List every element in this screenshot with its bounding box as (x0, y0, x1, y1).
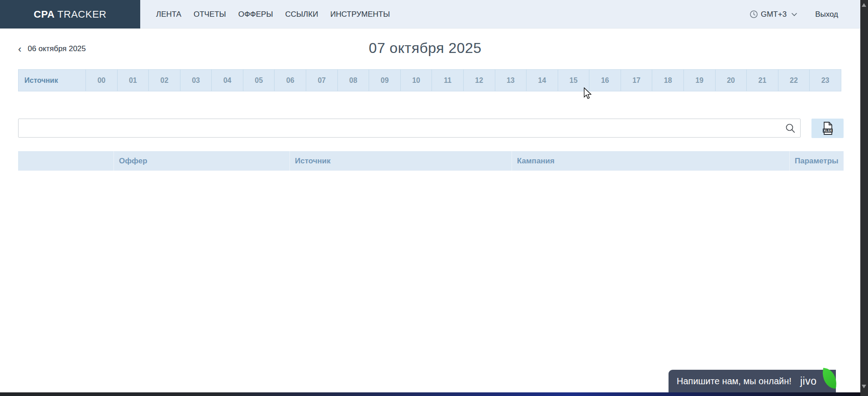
page-title: 07 октября 2025 (0, 40, 850, 57)
chat-message: Напишите нам, мы онлайн! (669, 376, 792, 386)
hour-cell-10: 10 (401, 70, 432, 91)
logout-link[interactable]: Выход (815, 10, 838, 19)
timezone-dropdown[interactable]: GMT+3 (750, 10, 797, 19)
hour-cell-01: 01 (118, 70, 149, 91)
hours-source-header: Источник (19, 70, 86, 91)
svg-text:XLSX: XLSX (823, 129, 832, 132)
nav-item-4[interactable]: ИНСТРУМЕНТЫ (330, 10, 390, 19)
jivo-logo: jivo (800, 375, 817, 387)
results-column-header-0 (18, 151, 114, 171)
nav-item-3[interactable]: ССЫЛКИ (285, 10, 318, 19)
search-icon[interactable] (785, 123, 795, 133)
logo-bold: CPA (34, 9, 55, 20)
results-column-header-4: Параметры (790, 151, 844, 171)
nav-item-2[interactable]: ОФФЕРЫ (238, 10, 273, 19)
hour-cell-15: 15 (558, 70, 590, 91)
hour-cell-03: 03 (180, 70, 212, 91)
results-column-header-2: Источник (290, 151, 512, 171)
hour-cell-12: 12 (464, 70, 495, 91)
search-input[interactable] (18, 119, 801, 138)
hour-cell-18: 18 (652, 70, 684, 91)
hour-cell-13: 13 (495, 70, 527, 91)
nav-item-1[interactable]: ОТЧЕТЫ (194, 10, 226, 19)
logo-rest: TRACKER (57, 9, 107, 20)
chevron-down-icon (792, 13, 797, 16)
timezone-label: GMT+3 (761, 10, 787, 19)
hour-cell-21: 21 (747, 70, 778, 91)
hour-cell-04: 04 (212, 70, 243, 91)
page: CPA TRACKER ЛЕНТАОТЧЕТЫОФФЕРЫССЫЛКИИНСТР… (0, 0, 868, 396)
hour-cell-20: 20 (716, 70, 747, 91)
app-logo[interactable]: CPA TRACKER (0, 0, 140, 29)
hour-cell-17: 17 (621, 70, 653, 91)
hour-cell-06: 06 (275, 70, 306, 91)
jivo-leaf-icon (821, 368, 839, 389)
export-xlsx-button[interactable]: XLSX (811, 119, 844, 138)
hour-cell-00: 00 (86, 70, 118, 91)
search-bar (18, 119, 801, 138)
main-nav: ЛЕНТАОТЧЕТЫОФФЕРЫССЫЛКИИНСТРУМЕНТЫ (156, 0, 390, 29)
results-table-header: ОфферИсточникКампанияПараметры (18, 151, 844, 171)
hour-cell-02: 02 (149, 70, 180, 91)
hour-cell-16: 16 (589, 70, 621, 91)
hour-cell-14: 14 (526, 70, 558, 91)
chat-widget[interactable]: Напишите нам, мы онлайн! jivo (669, 370, 836, 393)
scroll-down-arrow-icon[interactable] (862, 385, 866, 388)
hour-cell-22: 22 (778, 70, 810, 91)
hours-header-row: Источник 0001020304050607080910111213141… (18, 69, 841, 91)
results-column-header-3: Кампания (512, 151, 790, 171)
hour-cell-07: 07 (306, 70, 338, 91)
navbar-right: GMT+3 Выход (750, 0, 838, 29)
bottom-window-edge (0, 392, 868, 396)
nav-item-0[interactable]: ЛЕНТА (156, 10, 181, 19)
hour-cell-05: 05 (243, 70, 275, 91)
navbar: CPA TRACKER ЛЕНТАОТЧЕТЫОФФЕРЫССЫЛКИИНСТР… (0, 0, 868, 29)
hour-cell-09: 09 (369, 70, 401, 91)
hour-cell-23: 23 (810, 70, 841, 91)
scrollbar[interactable] (860, 0, 868, 396)
xlsx-file-icon: XLSX (822, 122, 834, 135)
hour-cell-11: 11 (432, 70, 464, 91)
clock-icon (750, 10, 758, 18)
hour-cell-19: 19 (684, 70, 716, 91)
results-column-header-1: Оффер (114, 151, 290, 171)
hour-cell-08: 08 (338, 70, 370, 91)
scroll-up-arrow-icon[interactable] (862, 3, 866, 7)
